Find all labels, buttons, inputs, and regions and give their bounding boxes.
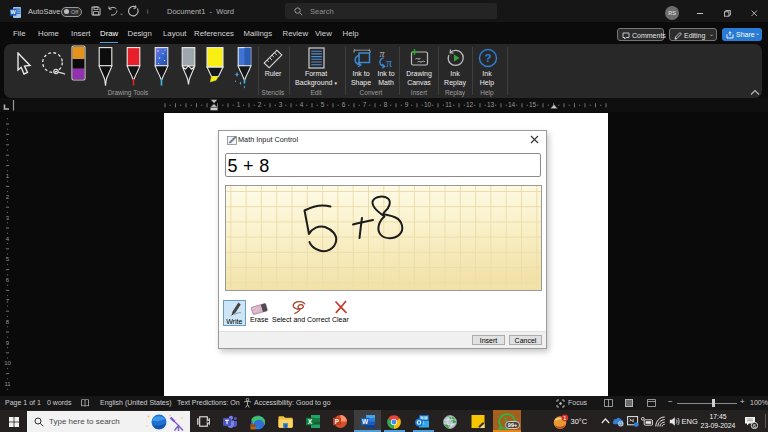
svg-text:8: 8 bbox=[6, 319, 10, 325]
svg-text:13: 13 bbox=[487, 101, 495, 108]
svg-text:3: 3 bbox=[6, 215, 10, 221]
svg-text:1: 1 bbox=[563, 415, 566, 421]
svg-text:3: 3 bbox=[279, 101, 283, 108]
svg-text:1: 1 bbox=[6, 173, 10, 179]
svg-text:14: 14 bbox=[508, 101, 516, 108]
svg-text:1: 1 bbox=[237, 101, 241, 108]
svg-text:W: W bbox=[362, 418, 369, 425]
svg-text:7: 7 bbox=[363, 101, 367, 108]
svg-text:5: 5 bbox=[6, 256, 10, 262]
svg-text:2: 2 bbox=[6, 194, 10, 200]
svg-text:12: 12 bbox=[466, 101, 474, 108]
svg-text:10: 10 bbox=[4, 360, 11, 366]
svg-text:11: 11 bbox=[4, 381, 11, 387]
svg-text:2: 2 bbox=[258, 101, 262, 108]
svg-text:9: 9 bbox=[405, 101, 409, 108]
svg-text:X: X bbox=[308, 418, 313, 425]
svg-text:10: 10 bbox=[424, 101, 432, 108]
svg-text:6: 6 bbox=[342, 101, 346, 108]
svg-text:7: 7 bbox=[6, 298, 10, 304]
svg-text:15: 15 bbox=[529, 101, 537, 108]
svg-text:11: 11 bbox=[445, 101, 452, 108]
svg-text:P: P bbox=[335, 418, 340, 425]
svg-text:6: 6 bbox=[6, 277, 10, 283]
svg-text:9: 9 bbox=[6, 340, 10, 346]
svg-text:4: 4 bbox=[6, 236, 10, 242]
svg-text:8: 8 bbox=[384, 101, 388, 108]
svg-text:4: 4 bbox=[300, 101, 304, 108]
svg-text:5: 5 bbox=[321, 101, 325, 108]
